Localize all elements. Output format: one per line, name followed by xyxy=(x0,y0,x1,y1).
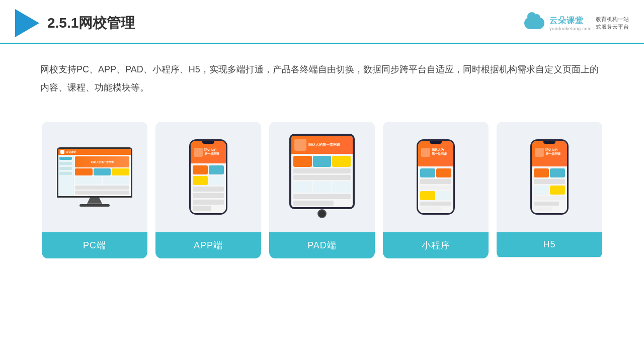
header-left: 2.5.1网校管理 xyxy=(15,9,135,37)
brand-name: 云朵课堂 xyxy=(549,16,584,26)
h5-card-3 xyxy=(534,186,549,195)
pc-card: 云朵课堂 xyxy=(42,122,147,258)
pad-grid-4 xyxy=(293,182,312,193)
pc-logo-dot xyxy=(60,150,64,154)
brand-text-block: 云朵课堂 yunduoketang.com xyxy=(549,16,592,31)
app-mini-card-1 xyxy=(193,165,208,174)
page-title: 2.5.1网校管理 xyxy=(47,14,135,33)
pc-label: PC端 xyxy=(42,232,147,258)
pad-card: 职达人的第一堂网课 xyxy=(269,122,375,258)
cloud-icon xyxy=(524,15,546,31)
pc-screen: 云朵课堂 xyxy=(58,149,131,196)
mini-card-4 xyxy=(436,191,451,200)
pad-top-icon xyxy=(294,139,306,151)
mini-list-3 xyxy=(420,202,451,206)
mini-list-1 xyxy=(420,179,451,184)
description-text: 网校支持PC、APP、PAD、小程序、H5，实现多端打通，产品各终端自由切换，数… xyxy=(40,60,604,97)
app-content-row-2 xyxy=(193,176,224,185)
pc-base xyxy=(79,204,110,207)
pad-tablet-frame: 职达人的第一堂网课 xyxy=(289,134,355,209)
app-list-3 xyxy=(193,200,224,205)
mini-top-text2: 第一堂网课 xyxy=(432,152,447,156)
app-card: 职达人的 第一堂网课 xyxy=(155,122,261,258)
mini-list-2 xyxy=(420,186,451,190)
app-phone-screen: 职达人的 第一堂网课 xyxy=(191,141,226,213)
h5-list-2 xyxy=(534,196,565,200)
h5-phone-device: 职达人的 第一堂网课 xyxy=(530,139,569,215)
app-screen-content xyxy=(191,163,226,213)
pc-banner-text: 职达人的第一堂网课 xyxy=(91,160,114,163)
h5-list-3 xyxy=(534,202,559,206)
mini-screen-content xyxy=(418,166,453,213)
mini-content-row-1 xyxy=(420,168,451,177)
mini-screen-top: 职达人的 第一堂网课 xyxy=(418,141,453,166)
pc-screen-body: 职达人的第一堂网课 xyxy=(58,155,131,196)
mini-content-row-2 xyxy=(420,191,451,200)
app-phone-device: 职达人的 第一堂网课 xyxy=(189,139,227,215)
pc-card-2 xyxy=(94,168,111,175)
app-label: APP端 xyxy=(155,232,261,258)
app-mini-card-2 xyxy=(209,165,224,174)
mini-card-1 xyxy=(420,168,435,177)
mini-list-4 xyxy=(420,207,442,211)
pad-grid-2 xyxy=(313,156,332,167)
app-mini-card-3 xyxy=(193,176,208,185)
h5-phone-notch xyxy=(543,141,555,144)
app-list-1 xyxy=(193,187,224,192)
h5-card-2 xyxy=(550,168,565,177)
h5-top-text: 职达人的 xyxy=(545,148,560,152)
pc-sidebar xyxy=(58,155,73,196)
miniprogram-label: 小程序 xyxy=(383,232,489,258)
pc-card-1 xyxy=(75,168,93,175)
pad-grid-6 xyxy=(332,182,351,193)
pad-grid-2nd xyxy=(293,182,351,193)
app-screen-top: 职达人的 第一堂网课 xyxy=(191,141,226,163)
pad-screen-top: 职达人的第一堂网课 xyxy=(291,136,353,154)
cards-section: 云朵课堂 xyxy=(0,107,644,274)
app-list-2 xyxy=(193,193,224,198)
brand-logo: 云朵课堂 yunduoketang.com xyxy=(524,15,592,31)
app-top-text: 职达人的 xyxy=(204,148,219,152)
app-phone-frame: 职达人的 第一堂网课 xyxy=(189,139,227,215)
pad-home-button xyxy=(317,209,327,218)
pc-cards-row xyxy=(75,168,129,175)
pad-label: PAD端 xyxy=(269,232,375,258)
h5-screen-content xyxy=(532,166,567,213)
pad-list-4 xyxy=(293,201,334,206)
h5-content-row-1 xyxy=(534,168,565,177)
header-right: 云朵课堂 yunduoketang.com 教育机构一站式服务云平台 xyxy=(524,15,629,31)
logo-triangle-icon xyxy=(15,9,39,37)
h5-screen-top: 职达人的 第一堂网课 xyxy=(532,141,567,166)
pad-grid xyxy=(293,156,351,167)
brand-slogan: 教育机构一站式服务云平台 xyxy=(596,16,629,31)
h5-card: 职达人的 第一堂网课 xyxy=(497,122,602,258)
mini-top-text: 职达人的 xyxy=(432,148,447,152)
app-content-row-1 xyxy=(193,165,224,174)
h5-card-4 xyxy=(550,186,565,195)
pad-tablet-device: 职达人的第一堂网课 xyxy=(289,134,355,220)
miniprogram-image-area: 职达人的 第一堂网课 xyxy=(383,122,489,232)
description-section: 网校支持PC、APP、PAD、小程序、H5，实现多端打通，产品各终端自由切换，数… xyxy=(0,44,644,107)
cloud-shape xyxy=(524,17,544,29)
mini-phone-device: 职达人的 第一堂网课 xyxy=(417,139,455,215)
pad-grid-3 xyxy=(332,156,351,167)
pad-grid-1 xyxy=(293,156,312,167)
mini-phone-frame: 职达人的 第一堂网课 xyxy=(417,139,455,215)
h5-card-1 xyxy=(534,168,549,177)
mini-card-2 xyxy=(436,168,451,177)
app-top-text2: 第一堂网课 xyxy=(204,152,219,156)
h5-phone-frame: 职达人的 第一堂网课 xyxy=(530,139,569,215)
pad-list-3 xyxy=(293,194,351,199)
pad-content xyxy=(291,154,353,207)
miniprogram-card: 职达人的 第一堂网课 xyxy=(383,122,489,258)
pc-image-area: 云朵课堂 xyxy=(42,122,147,232)
pad-list-1 xyxy=(293,168,351,173)
app-mini-card-4 xyxy=(209,176,224,185)
h5-label: H5 xyxy=(497,232,602,257)
pad-tablet-screen: 职达人的第一堂网课 xyxy=(291,136,353,207)
mini-card-3 xyxy=(420,191,435,200)
h5-list-4 xyxy=(534,207,552,211)
h5-list-1 xyxy=(534,179,565,184)
pad-list-2 xyxy=(293,175,351,180)
mini-phone-screen: 职达人的 第一堂网课 xyxy=(418,141,453,213)
